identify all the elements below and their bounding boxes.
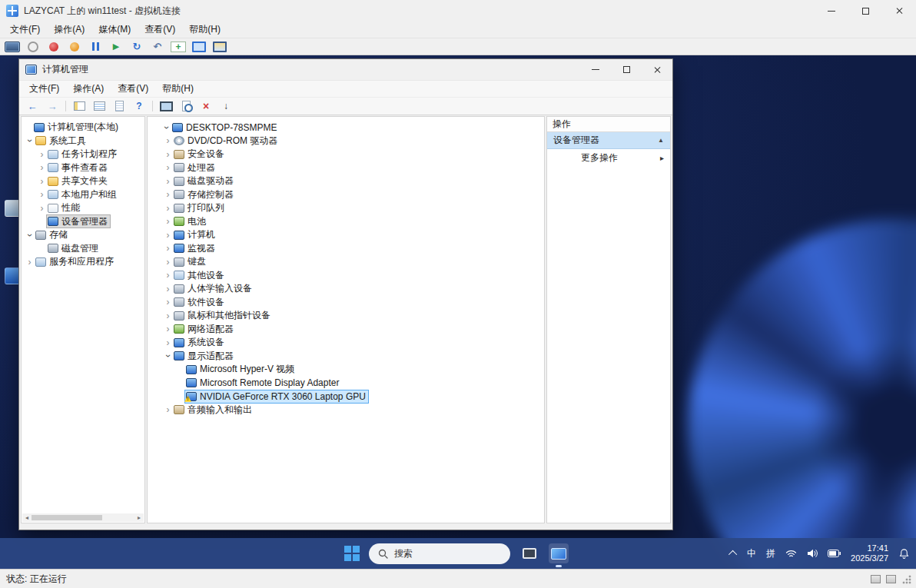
export-list-icon[interactable]	[92, 100, 106, 112]
more-actions-arrow-icon[interactable]: ▸	[660, 154, 664, 162]
tree-chevron-icon[interactable]	[175, 390, 185, 403]
device-tree-item[interactable]: NVIDIA GeForce RTX 3060 Laptop GPU	[161, 390, 544, 404]
host-maximize-button[interactable]	[848, 0, 882, 22]
taskbar-clock[interactable]: 17:41 2025/3/27	[851, 543, 888, 563]
forward-icon[interactable]: →	[45, 100, 59, 112]
ime-language-indicator[interactable]: 中	[747, 547, 756, 560]
device-tree-item[interactable]: 显示适配器	[161, 350, 544, 364]
collapse-icon[interactable]: ▲	[658, 137, 664, 144]
properties-icon[interactable]	[112, 100, 126, 112]
tree-chevron-icon[interactable]	[37, 188, 47, 201]
console-tree-item[interactable]: 共享文件夹	[23, 174, 144, 188]
tree-chevron-icon[interactable]	[163, 175, 173, 188]
console-tree-item[interactable]: 存储	[23, 228, 144, 242]
tree-chevron-icon[interactable]	[163, 296, 173, 308]
device-tree-item[interactable]: 磁盘驱动器	[161, 174, 544, 188]
tree-chevron-icon[interactable]	[163, 242, 173, 254]
tree-chevron-icon[interactable]	[163, 148, 173, 161]
console-tree-item[interactable]: 系统工具	[23, 135, 144, 148]
tray-expand-icon[interactable]	[728, 550, 737, 559]
resize-grip[interactable]	[901, 574, 911, 584]
taskbar-search[interactable]: 搜索	[369, 543, 510, 564]
device-tree-item[interactable]: 打印队列	[161, 201, 544, 215]
taskbar-app-icon[interactable]	[519, 543, 539, 563]
cm-close-button[interactable]	[642, 59, 672, 80]
volume-icon[interactable]	[807, 549, 818, 558]
console-tree-item[interactable]: 计算机管理(本地)	[23, 121, 144, 135]
tree-chevron-icon[interactable]	[175, 377, 185, 389]
disable-icon[interactable]: ↓	[219, 100, 233, 112]
device-tree-item[interactable]: 软件设备	[161, 296, 544, 310]
shut-down-icon[interactable]	[46, 40, 61, 53]
device-tree-item[interactable]: 人体学输入设备	[161, 282, 544, 296]
show-console-tree-icon[interactable]	[72, 100, 86, 112]
back-icon[interactable]: ←	[25, 100, 39, 112]
actions-group-device-manager[interactable]: 设备管理器 ▲	[547, 132, 670, 149]
tree-chevron-icon[interactable]	[163, 337, 173, 349]
device-tree-item[interactable]: 键盘	[161, 255, 544, 269]
uninstall-icon[interactable]: ×	[199, 100, 213, 112]
tree-chevron-icon[interactable]	[163, 135, 173, 147]
device-tree-item[interactable]: 计算机	[161, 228, 544, 242]
console-tree-item[interactable]: 磁盘管理	[23, 242, 144, 256]
computers-icon[interactable]	[159, 100, 173, 112]
tree-chevron-icon[interactable]	[23, 121, 33, 134]
cm-menu-item[interactable]: 查看(V)	[111, 81, 155, 97]
tree-chevron-icon[interactable]	[37, 148, 47, 161]
tree-chevron-icon[interactable]	[163, 350, 173, 362]
device-tree-item[interactable]: 其他设备	[161, 269, 544, 283]
start-icon[interactable]: ▶	[108, 40, 124, 53]
checkpoint-icon[interactable]: +	[171, 42, 186, 52]
horizontal-scrollbar[interactable]	[22, 513, 144, 522]
device-tree-item[interactable]: 安全设备	[161, 148, 544, 161]
start-button[interactable]	[344, 546, 360, 561]
tree-chevron-icon[interactable]	[163, 188, 173, 201]
more-actions-row[interactable]: 更多操作 ▸	[547, 149, 670, 166]
tree-chevron-icon[interactable]	[37, 215, 47, 228]
device-tree-item[interactable]: DVD/CD-ROM 驱动器	[161, 135, 544, 148]
tree-chevron-icon[interactable]	[37, 161, 47, 174]
host-menu-item[interactable]: 查看(V)	[138, 22, 182, 38]
tree-chevron-icon[interactable]	[163, 269, 173, 281]
help-icon[interactable]: ?	[132, 100, 146, 112]
tree-chevron-icon[interactable]	[163, 229, 173, 241]
host-menu-item[interactable]: 操作(A)	[47, 22, 91, 38]
host-menu-item[interactable]: 媒体(M)	[91, 22, 138, 38]
tree-chevron-icon[interactable]	[163, 161, 173, 174]
scan-hardware-icon[interactable]	[179, 100, 193, 112]
device-tree-item[interactable]: Microsoft Remote Display Adapter	[161, 377, 544, 390]
tree-chevron-icon[interactable]	[163, 323, 173, 335]
tree-chevron-icon[interactable]	[37, 202, 47, 214]
device-tree-item[interactable]: Microsoft Hyper-V 视频	[161, 363, 544, 377]
console-tree-item[interactable]: 性能	[23, 201, 144, 215]
cm-minimize-button[interactable]	[580, 59, 611, 80]
host-minimize-button[interactable]	[815, 0, 848, 22]
device-tree-item[interactable]: 电池	[161, 215, 544, 229]
tree-chevron-icon[interactable]	[163, 202, 173, 214]
turn-off-icon[interactable]	[25, 40, 41, 53]
device-tree-item[interactable]: 音频输入和输出	[161, 404, 544, 417]
computer-management-taskbar-icon[interactable]	[549, 543, 569, 563]
tree-chevron-icon[interactable]	[25, 229, 35, 241]
console-tree-item[interactable]: 本地用户和组	[23, 188, 144, 202]
tree-chevron-icon[interactable]	[163, 283, 173, 295]
tree-chevron-icon[interactable]	[175, 364, 185, 376]
tree-chevron-icon[interactable]	[163, 256, 173, 268]
device-tree-item[interactable]: 鼠标和其他指针设备	[161, 309, 544, 323]
revert-icon[interactable]: ↶	[150, 40, 165, 53]
ime-mode-indicator[interactable]: 拼	[766, 547, 775, 560]
device-tree-item[interactable]: 监视器	[161, 242, 544, 256]
pause-icon[interactable]	[88, 40, 103, 53]
tree-chevron-icon[interactable]	[37, 242, 47, 254]
notification-bell-icon[interactable]	[898, 548, 910, 560]
host-menu-item[interactable]: 文件(F)	[3, 22, 47, 38]
separator[interactable]	[152, 101, 153, 111]
network-icon[interactable]	[785, 550, 797, 558]
save-state-icon[interactable]	[67, 40, 82, 53]
cm-maximize-button[interactable]	[611, 59, 642, 80]
tree-chevron-icon[interactable]	[163, 404, 173, 416]
share-icon[interactable]	[212, 40, 227, 53]
battery-icon[interactable]	[828, 550, 841, 557]
reset-icon[interactable]: ↻	[129, 40, 144, 53]
console-tree-item[interactable]: 设备管理器	[23, 215, 144, 229]
